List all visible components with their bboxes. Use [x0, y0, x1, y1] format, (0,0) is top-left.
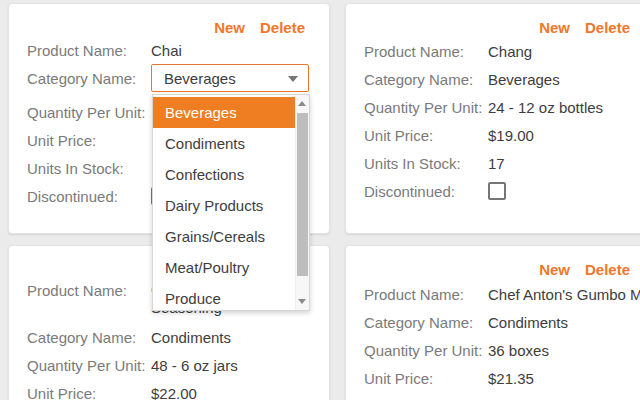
quantity-label: Quantity Per Unit:: [364, 99, 488, 116]
dropdown-option-produce[interactable]: Produce: [153, 283, 295, 310]
product-name-label: Product Name:: [27, 42, 151, 59]
dropdown-option-dairy-products[interactable]: Dairy Products: [153, 190, 295, 221]
quantity-label: Quantity Per Unit:: [27, 357, 151, 374]
quantity-row: Quantity Per Unit: 48 - 6 oz jars: [9, 351, 329, 379]
quantity-label: Quantity Per Unit:: [27, 104, 151, 121]
dropdown-scrollbar[interactable]: [295, 95, 309, 310]
unit-price-value: $19.00: [488, 127, 534, 144]
card-actions: New Delete: [539, 261, 630, 278]
category-name-label: Category Name:: [27, 70, 151, 87]
scrollbar-thumb[interactable]: [297, 113, 308, 276]
product-name-label: Product Name:: [27, 277, 151, 305]
product-card-gumbo-mix: New Delete Product Name: Chef Anton's Gu…: [345, 245, 640, 400]
category-dropdown-panel: Beverages Condiments Confections Dairy P…: [152, 94, 310, 311]
product-name-value: Chef Anton's Gumbo Mix: [488, 286, 640, 303]
unit-price-row: Unit Price: $22.00: [9, 379, 329, 400]
category-name-value: Condiments: [488, 314, 568, 331]
category-name-label: Category Name:: [364, 71, 488, 88]
dropdown-option-confections[interactable]: Confections: [153, 159, 295, 190]
discontinued-row: Discontinued:: [346, 177, 640, 205]
quantity-row: Quantity Per Unit: 24 - 12 oz bottles: [346, 93, 640, 121]
scroll-down-icon[interactable]: [298, 299, 306, 304]
product-name-label: Product Name:: [364, 286, 488, 303]
product-name-label: Product Name:: [364, 43, 488, 60]
unit-price-value: $22.00: [151, 385, 197, 400]
product-name-row: Product Name: Chang: [346, 37, 640, 65]
category-name-label: Category Name:: [364, 314, 488, 331]
dropdown-option-condiments[interactable]: Condiments: [153, 128, 295, 159]
category-name-row: Category Name: Condiments: [346, 308, 640, 336]
category-name-row: Category Name: Beverages: [9, 64, 329, 92]
category-name-label: Category Name:: [27, 329, 151, 346]
product-name-value: Chang: [488, 43, 532, 60]
category-name-row: Category Name: Condiments: [9, 323, 329, 351]
delete-button[interactable]: Delete: [585, 261, 630, 278]
category-name-value: Condiments: [151, 329, 231, 346]
card-actions: New Delete: [214, 19, 305, 36]
category-select-value: Beverages: [164, 70, 236, 87]
quantity-value: 48 - 6 oz jars: [151, 357, 238, 374]
unit-price-row: Unit Price: $21.35: [346, 364, 640, 392]
quantity-row: Quantity Per Unit: 36 boxes: [346, 336, 640, 364]
discontinued-label: Discontinued:: [27, 188, 151, 205]
new-button[interactable]: New: [539, 19, 570, 36]
quantity-value: 36 boxes: [488, 342, 549, 359]
dropdown-option-beverages[interactable]: Beverages: [153, 97, 295, 128]
delete-button[interactable]: Delete: [260, 19, 305, 36]
product-name-row: Product Name: Chai: [9, 36, 329, 64]
unit-price-label: Unit Price:: [27, 132, 151, 149]
unit-price-label: Unit Price:: [364, 370, 488, 387]
new-button[interactable]: New: [214, 19, 245, 36]
units-in-stock-value: 17: [488, 155, 505, 172]
discontinued-checkbox[interactable]: [488, 182, 506, 200]
chevron-down-icon: [288, 76, 298, 82]
product-card-chang: New Delete Product Name: Chang Category …: [345, 3, 640, 234]
category-name-value: Beverages: [488, 71, 560, 88]
product-name-value: Chai: [151, 42, 182, 59]
category-select[interactable]: Beverages: [151, 64, 309, 92]
unit-price-label: Unit Price:: [364, 127, 488, 144]
units-in-stock-label: Units In Stock:: [27, 160, 151, 177]
unit-price-value: $21.35: [488, 370, 534, 387]
discontinued-label: Discontinued:: [364, 183, 488, 200]
scroll-up-icon[interactable]: [298, 101, 306, 106]
product-name-row: Product Name: Chef Anton's Gumbo Mix: [346, 280, 640, 308]
quantity-label: Quantity Per Unit:: [364, 342, 488, 359]
dropdown-option-meat-poultry[interactable]: Meat/Poultry: [153, 252, 295, 283]
dropdown-option-grains-cereals[interactable]: Grains/Cereals: [153, 221, 295, 252]
units-in-stock-row: Units In Stock: 17: [346, 149, 640, 177]
unit-price-label: Unit Price:: [27, 385, 151, 400]
delete-button[interactable]: Delete: [585, 19, 630, 36]
category-name-row: Category Name: Beverages: [346, 65, 640, 93]
new-button[interactable]: New: [539, 261, 570, 278]
quantity-value: 24 - 12 oz bottles: [488, 99, 603, 116]
unit-price-row: Unit Price: $19.00: [346, 121, 640, 149]
category-option-list: Beverages Condiments Confections Dairy P…: [153, 95, 295, 310]
units-in-stock-label: Units In Stock:: [364, 155, 488, 172]
card-actions: New Delete: [539, 19, 630, 36]
